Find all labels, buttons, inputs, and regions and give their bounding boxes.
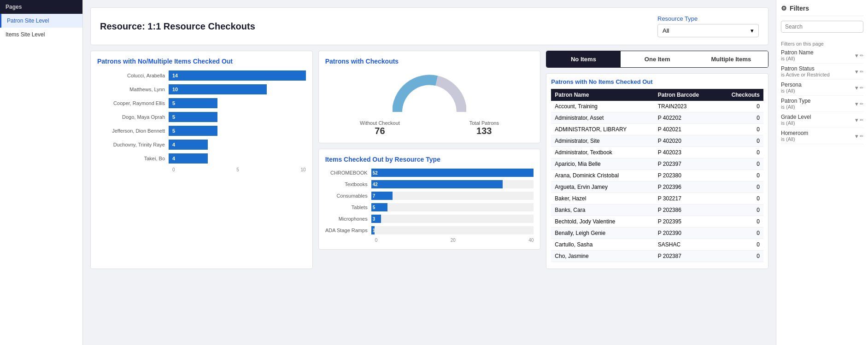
patron-barcode-cell: P 202390 — [654, 228, 717, 239]
table-row: Argueta, Ervin Jamey P 202396 0 — [551, 181, 763, 193]
bar-value: 14 — [172, 73, 178, 78]
bar-row: Takei, Bo 4 — [97, 153, 306, 164]
patron-barcode-cell: P 402202 — [654, 112, 717, 124]
bar-fill: 4 — [169, 140, 208, 150]
res-bar-val: 7 — [373, 193, 375, 199]
middle-column: Patrons with Checkouts — [318, 51, 541, 269]
patron-checkouts-cell: 0 — [717, 170, 763, 181]
patron-barcode-cell: P 202397 — [654, 158, 717, 170]
col-checkouts: Checkouts — [717, 89, 763, 101]
res-bar-val: 3 — [373, 216, 375, 222]
bar-value: 4 — [172, 156, 175, 161]
bar-label: Dogo, Maya Oprah — [97, 114, 169, 120]
patron-barcode-cell: P 402021 — [654, 124, 717, 135]
table-row: Administrator, Site P 402020 0 — [551, 135, 763, 147]
filter-edit-icon[interactable]: ✏ — [860, 117, 863, 123]
bar-label: Cooper, Raymond Ellis — [97, 100, 169, 106]
sidebar-item-patron-site[interactable]: Patron Site Level — [0, 14, 82, 28]
filter-item-label: Patron Status — [781, 65, 830, 72]
filters-list: Patron Name is (All) ▾ ✏ Patron Status i… — [781, 47, 863, 144]
filter-item-label: Patron Name — [781, 49, 814, 56]
filter-chevron-icon[interactable]: ▾ — [855, 133, 858, 140]
filter-edit-icon[interactable]: ✏ — [860, 134, 863, 139]
patron-name-cell: Argueta, Ervin Jamey — [551, 181, 654, 193]
table-row: Administrator, Textbook P 402023 0 — [551, 147, 763, 158]
right-panel: No Items One Item Multiple Items Patrons… — [546, 51, 768, 269]
filter-item[interactable]: Patron Status is Active or Restricted ▾ … — [781, 64, 863, 80]
total-patrons-value: 133 — [469, 126, 499, 136]
filter-item[interactable]: Patron Type is (All) ▾ ✏ — [781, 96, 863, 112]
patron-name-cell: Bechtold, Jody Valentine — [551, 216, 654, 228]
bar-row: Duchovny, Trinity Raye 4 — [97, 140, 306, 150]
res-bar-row: ADA Stage Ramps 1 — [325, 226, 534, 234]
res-bar-label: Textbooks — [325, 181, 371, 187]
patron-barcode-cell: P 402020 — [654, 135, 717, 147]
patron-barcode-cell: P 302217 — [654, 193, 717, 205]
resource-type-dropdown[interactable]: All ▾ — [657, 24, 759, 37]
res-bar-fill: 7 — [371, 192, 393, 200]
patron-checkouts-cell: 0 — [717, 124, 763, 135]
patron-name-cell: Cartullo, Sasha — [551, 239, 654, 251]
filter-chevron-icon[interactable]: ▾ — [855, 52, 858, 59]
bar-label: Colucci, Arabella — [97, 73, 169, 78]
res-bar-val: 5 — [373, 205, 375, 210]
filter-icons: ▾ ✏ — [855, 117, 863, 123]
bar-value: 4 — [172, 142, 175, 147]
filter-edit-icon[interactable]: ✏ — [860, 69, 863, 74]
bar-value: 5 — [172, 114, 175, 120]
filter-chevron-icon[interactable]: ▾ — [855, 68, 858, 75]
filter-item[interactable]: Patron Name is (All) ▾ ✏ — [781, 47, 863, 64]
filter-edit-icon[interactable]: ✏ — [860, 53, 863, 58]
bar-container: 4 — [169, 153, 306, 164]
bar-container: 14 — [169, 70, 306, 81]
filter-item[interactable]: Grade Level is (All) ▾ ✏ — [781, 112, 863, 128]
res-bar-label: Tablets — [325, 205, 371, 210]
without-checkout-label: Without Checkout — [360, 120, 400, 126]
patron-barcode-cell: P 402024 — [654, 262, 717, 264]
filter-item-content: Grade Level is (All) — [781, 114, 811, 126]
patron-name-cell: Administrator, Textbook — [551, 147, 654, 158]
filter-item[interactable]: Persona is (All) ▾ ✏ — [781, 80, 863, 96]
patron-barcode-cell: TRAIN2023 — [654, 101, 717, 112]
resource-type-label: Resource Type — [657, 15, 698, 22]
resource-type-bar-chart: CHROMEBOOK 52 Textbooks 42 Consumables 7… — [325, 169, 534, 234]
bar-label: Matthews, Lynn — [97, 87, 169, 92]
filter-item-content: Patron Type is (All) — [781, 98, 811, 110]
donut-stats: Without Checkout 76 Total Patrons 133 — [325, 120, 534, 136]
filter-icons: ▾ ✏ — [855, 133, 863, 140]
filters-panel: ⚙ Filters Filters on this page Patron Na… — [776, 0, 868, 345]
toggle-no-items[interactable]: No Items — [546, 51, 620, 67]
filter-edit-icon[interactable]: ✏ — [860, 85, 863, 90]
filter-item-value: is (All) — [781, 136, 808, 142]
resource-type-section: Resource Type All ▾ — [657, 15, 759, 37]
patron-name-cell: Arana, Dominick Cristobal — [551, 170, 654, 181]
sidebar-item-items-site[interactable]: Items Site Level — [0, 28, 82, 41]
bar-fill: 5 — [169, 98, 217, 108]
patron-name-cell: Circulation, Self Check In — [551, 262, 654, 264]
patrons-table-title: Patrons with No Items Checked Out — [551, 78, 763, 85]
sidebar-header: Pages — [0, 0, 82, 14]
table-row: Bechtold, Jody Valentine P 202395 0 — [551, 216, 763, 228]
filter-edit-icon[interactable]: ✏ — [860, 101, 863, 106]
filter-item-content: Persona is (All) — [781, 82, 802, 94]
filter-chevron-icon[interactable]: ▾ — [855, 84, 858, 91]
filter-icons: ▾ ✏ — [855, 52, 863, 59]
patron-checkouts-cell: 0 — [717, 193, 763, 205]
patron-name-cell: ADMINISTRATOR, LIBRARY — [551, 124, 654, 135]
toggle-one-item[interactable]: One Item — [621, 51, 694, 67]
filter-item[interactable]: Homeroom is (All) ▾ ✏ — [781, 128, 863, 144]
toggle-multiple-items[interactable]: Multiple Items — [694, 51, 768, 67]
filter-item-label: Homeroom — [781, 130, 808, 136]
patron-name-cell: Banks, Cara — [551, 205, 654, 216]
table-container[interactable]: Patron Name Patron Barcode Checkouts Acc… — [551, 89, 763, 264]
res-bar-row: Microphones 3 — [325, 215, 534, 223]
filter-search-input[interactable] — [781, 21, 863, 33]
filter-chevron-icon[interactable]: ▾ — [855, 117, 858, 123]
dropdown-chevron-icon: ▾ — [751, 27, 754, 34]
patron-checkouts-cell: 0 — [717, 239, 763, 251]
filter-item-content: Homeroom is (All) — [781, 130, 808, 142]
page-header: Resource: 1:1 Resource Checkouts Resourc… — [90, 7, 768, 45]
toggle-group: No Items One Item Multiple Items — [546, 51, 768, 68]
filter-chevron-icon[interactable]: ▾ — [855, 100, 858, 107]
patrons-table: Patron Name Patron Barcode Checkouts Acc… — [551, 89, 763, 264]
